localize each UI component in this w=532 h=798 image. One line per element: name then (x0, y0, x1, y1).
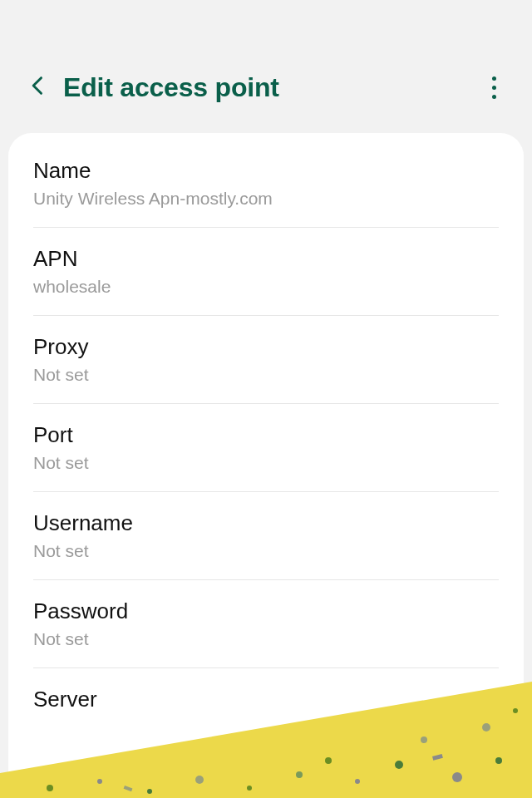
back-button[interactable] (20, 69, 57, 106)
more-vertical-icon (492, 74, 496, 101)
screen: Edit access point Name Unity Wireless Ap… (0, 0, 532, 798)
row-apn[interactable]: APN wholesale (8, 228, 524, 315)
row-proxy[interactable]: Proxy Not set (8, 316, 524, 403)
row-name[interactable]: Name Unity Wireless Apn-mostly.com (8, 140, 524, 227)
row-value: Unity Wireless Apn-mostly.com (33, 189, 499, 209)
row-label: Password (33, 598, 499, 624)
app-header: Edit access point (0, 0, 532, 133)
row-value: Not set (33, 365, 499, 385)
row-value: Not set (33, 541, 499, 561)
row-label: Name (33, 158, 499, 184)
row-value: Not set (33, 453, 499, 473)
row-label: Username (33, 510, 499, 536)
more-options-button[interactable] (475, 69, 512, 106)
page-title: Edit access point (63, 72, 475, 103)
row-username[interactable]: Username Not set (8, 492, 524, 579)
row-port[interactable]: Port Not set (8, 404, 524, 491)
chevron-left-icon (27, 74, 50, 101)
row-value: Not set (33, 629, 499, 649)
row-label: APN (33, 246, 499, 272)
row-value: wholesale (33, 277, 499, 297)
row-server[interactable]: Server (8, 668, 524, 736)
settings-card: Name Unity Wireless Apn-mostly.com APN w… (8, 133, 524, 798)
row-label: Server (33, 687, 499, 712)
row-label: Port (33, 422, 499, 448)
row-password[interactable]: Password Not set (8, 580, 524, 667)
row-label: Proxy (33, 334, 499, 360)
